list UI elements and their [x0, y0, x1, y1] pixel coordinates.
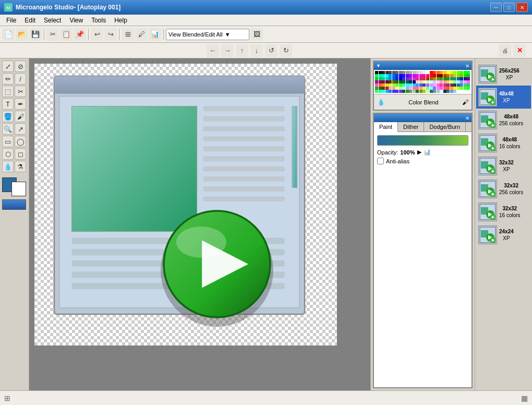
color-cell[interactable] — [413, 90, 416, 93]
pen-tool[interactable]: ✒ — [15, 98, 26, 110]
menu-tools[interactable]: Tools — [87, 16, 110, 25]
view3-button[interactable]: 📊 — [149, 28, 161, 41]
thumbnail-item[interactable]: ▶32x32XP — [476, 154, 531, 177]
color-grid[interactable] — [374, 70, 471, 94]
rect-tool[interactable]: ▭ — [2, 136, 14, 147]
color-cell[interactable] — [450, 90, 453, 93]
antialias-checkbox[interactable] — [377, 158, 384, 164]
arrow-up-button[interactable]: ↑ — [236, 44, 248, 57]
color-cell[interactable] — [430, 90, 433, 93]
thumbnail-item[interactable]: ▶48x48XP — [476, 86, 531, 109]
opacity-arrow[interactable]: ▶ — [417, 149, 421, 156]
color-cell[interactable] — [409, 90, 412, 93]
color-cell[interactable] — [422, 90, 426, 93]
scissors-tool[interactable]: ✂ — [15, 86, 26, 97]
color-cell[interactable] — [382, 90, 385, 93]
paste-button[interactable]: 📌 — [74, 28, 86, 41]
color-cell[interactable] — [392, 90, 395, 93]
zoom-tool[interactable]: 🔍 — [2, 123, 14, 135]
open-button[interactable]: 📂 — [16, 28, 28, 41]
menu-select[interactable]: Select — [40, 16, 65, 25]
eraser-tool[interactable]: ⬚ — [2, 86, 14, 97]
thumbnail-item[interactable]: ▶48x4816 colors — [476, 132, 531, 154]
tab-dither[interactable]: Dither — [398, 122, 424, 132]
view2-button[interactable]: 🖊 — [135, 28, 148, 41]
move-tool[interactable]: ↗ — [15, 123, 26, 135]
window-controls[interactable]: ─ □ ✕ — [490, 3, 528, 12]
ellipse-tool[interactable]: ◯ — [15, 136, 26, 147]
arrow-down-button[interactable]: ↓ — [250, 44, 263, 57]
canvas-area[interactable] — [29, 58, 370, 390]
paint-close-button[interactable]: ✕ — [465, 115, 469, 121]
pencil-tool[interactable]: ✏ — [2, 73, 14, 85]
color-swatch-bar[interactable] — [377, 135, 468, 146]
color-cell[interactable] — [457, 87, 460, 90]
thumbnail-item[interactable]: ▶24x24XP — [476, 223, 531, 246]
arrow-left-button[interactable]: ← — [207, 44, 219, 57]
eyedropper-icon[interactable]: 💧 — [377, 99, 385, 106]
color-bar[interactable] — [2, 199, 26, 210]
menu-file[interactable]: File — [2, 16, 20, 25]
redo-button[interactable]: ↪ — [104, 28, 117, 41]
color-cell[interactable] — [437, 90, 440, 93]
polygon-tool[interactable]: ⬡ — [2, 148, 14, 160]
color-cell[interactable] — [446, 90, 450, 93]
new-button[interactable]: 📄 — [2, 28, 15, 41]
select-tool[interactable]: ⤢ — [2, 61, 14, 72]
color-cell[interactable] — [440, 90, 443, 93]
tab-paint[interactable]: Paint — [374, 122, 398, 132]
rotate-cw-button[interactable]: ↻ — [280, 44, 292, 57]
color-cell[interactable] — [395, 90, 398, 93]
color-cell[interactable] — [460, 87, 463, 90]
cut-button[interactable]: ✂ — [46, 28, 59, 41]
background-color[interactable] — [11, 182, 26, 196]
color-cell[interactable] — [385, 90, 389, 93]
view1-button[interactable]: ⊞ — [122, 28, 134, 41]
print-button[interactable]: 🖨 — [499, 44, 511, 57]
menu-help[interactable]: Help — [110, 16, 131, 25]
extra-tool[interactable]: ⚗ — [15, 161, 26, 172]
rotate-ccw-button[interactable]: ↺ — [265, 44, 277, 57]
tab-dodge-burn[interactable]: Dodge/Burn — [424, 122, 466, 132]
export-button[interactable]: 🖼 — [250, 28, 263, 41]
brush-tool[interactable]: 🖌 — [15, 111, 26, 122]
color-cell[interactable] — [433, 90, 436, 93]
color-cell[interactable] — [399, 90, 402, 93]
fill-tool[interactable]: 🪣 — [2, 111, 14, 122]
palette-brush-icon[interactable]: 🖌 — [462, 99, 468, 106]
line-tool[interactable]: / — [15, 73, 26, 85]
toolbar-close-button[interactable]: ✕ — [513, 44, 526, 57]
round-rect-tool[interactable]: ◻ — [15, 148, 26, 160]
color-cell[interactable] — [379, 90, 382, 93]
color-cell[interactable] — [453, 90, 456, 93]
undo-button[interactable]: ↩ — [91, 28, 103, 41]
svg-rect-5 — [72, 106, 197, 232]
color-cell[interactable] — [426, 90, 429, 93]
arrow-right-button[interactable]: → — [221, 44, 234, 57]
color-cell[interactable] — [416, 90, 419, 93]
lasso-tool[interactable]: ⊘ — [15, 61, 26, 72]
thumbnail-item[interactable]: ▶256x256XP — [476, 63, 531, 86]
text-tool[interactable]: T — [2, 98, 14, 110]
menu-edit[interactable]: Edit — [20, 16, 40, 25]
eyedropper-tool[interactable]: 💧 — [2, 161, 14, 172]
save-button[interactable]: 💾 — [29, 28, 42, 41]
minimize-button[interactable]: ─ — [490, 3, 502, 12]
close-button[interactable]: ✕ — [516, 3, 528, 12]
view-dropdown[interactable]: View Blended/Edit All ▼ — [166, 29, 249, 40]
menu-view[interactable]: View — [65, 16, 87, 25]
color-cell[interactable] — [464, 87, 467, 90]
color-cell[interactable] — [389, 90, 392, 93]
color-cell[interactable] — [467, 87, 470, 90]
thumbnail-item[interactable]: ▶48x48256 colors — [476, 109, 531, 132]
color-cell[interactable] — [402, 90, 405, 93]
color-cell[interactable] — [443, 90, 446, 93]
palette-close-button[interactable]: ✕ — [465, 63, 469, 69]
maximize-button[interactable]: □ — [503, 3, 515, 12]
color-cell[interactable] — [375, 90, 378, 93]
thumbnail-item[interactable]: ▶32x3216 colors — [476, 200, 531, 223]
color-cell[interactable] — [406, 90, 409, 93]
color-cell[interactable] — [419, 90, 422, 93]
thumbnail-item[interactable]: ▶32x32256 colors — [476, 177, 531, 200]
copy-button[interactable]: 📋 — [60, 28, 72, 41]
